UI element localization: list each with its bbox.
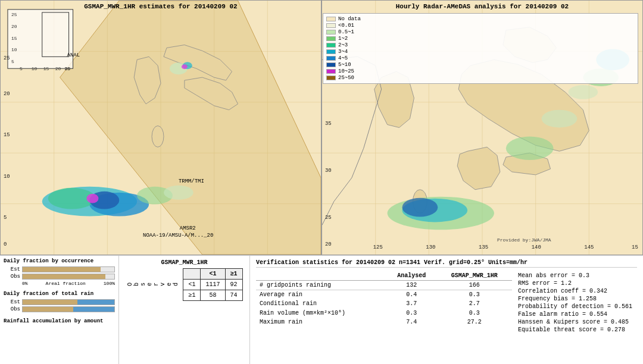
bar-track-obs1 — [22, 274, 115, 280]
svg-point-18 — [86, 194, 98, 203]
cont-cell-01: 92 — [225, 280, 242, 290]
bar-track-est2 — [22, 299, 115, 305]
verif-row-1: Average rain 0.4 0.3 — [256, 290, 512, 300]
bar-axis-1: 0% Areal fraction 100% — [4, 281, 115, 286]
legend-item-05-1: 0.5~1 — [326, 29, 635, 35]
bar-track-est1 — [22, 266, 115, 272]
svg-text:25: 25 — [11, 12, 17, 17]
verification-table-wrap: Analysed GSMAP_MWR_1HR # gridpoints rain… — [256, 271, 512, 334]
svg-point-58 — [402, 198, 438, 217]
verif-val-01: 166 — [437, 281, 512, 290]
verif-label-1: Average rain — [256, 290, 386, 300]
legend-item-2-3: 2~3 — [326, 42, 635, 48]
verification-title: Verification statistics for 20140209 02 … — [256, 259, 637, 268]
svg-point-60 — [542, 110, 578, 128]
verif-val-31: 0.3 — [437, 308, 512, 318]
metric-0: Mean abs error = 0.3 — [518, 272, 637, 279]
verif-row-2: Conditional rain 3.7 2.7 — [256, 299, 512, 308]
metric-3: Frequency bias = 1.258 — [518, 296, 637, 302]
verification-content: Analysed GSMAP_MWR_1HR # gridpoints rain… — [256, 271, 637, 334]
verification-table: Analysed GSMAP_MWR_1HR # gridpoints rain… — [256, 271, 512, 327]
bar-label-obs2: Obs — [4, 306, 20, 312]
svg-point-11 — [152, 126, 164, 148]
verif-val-30: 0.3 — [386, 308, 436, 318]
cont-header-lt1: <1 — [201, 269, 225, 280]
legend-item-25-50: 25~50 — [326, 75, 635, 81]
bar-row-obs1: Obs — [4, 274, 115, 280]
svg-text:20: 20 — [55, 66, 61, 71]
svg-text:35: 35 — [325, 121, 332, 127]
legend-item-5-10: 5~10 — [326, 62, 635, 68]
metric-4: Probability of detection = 0.561 — [518, 303, 637, 310]
svg-text:NOAA-19/AMSU-A/M..._20: NOAA-19/AMSU-A/M..._20 — [143, 233, 213, 239]
svg-text:0: 0 — [4, 241, 7, 247]
maps-row: GSMAP_MWR_1HR estimates for 20140209 02 — [0, 0, 643, 256]
left-map-panel: GSMAP_MWR_1HR estimates for 20140209 02 — [0, 0, 322, 255]
cont-header-empty — [183, 269, 201, 280]
verif-label-4: Maximum rain — [256, 318, 386, 327]
svg-text:25: 25 — [325, 215, 332, 221]
metric-6: Hanssen & Kuipers score = 0.485 — [518, 319, 637, 325]
svg-text:125: 125 — [373, 244, 383, 250]
verification-panel: Verification statistics for 20140209 02 … — [250, 256, 643, 364]
bottom-row: Daily fraction by occurrence Est Obs 0% — [0, 256, 643, 364]
main-container: GSMAP_MWR_1HR estimates for 20140209 02 — [0, 0, 643, 364]
verif-row-3: Rain volume (mm×km²×10⁶) 0.3 0.3 — [256, 308, 512, 318]
verif-label-0: # gridpoints raining — [256, 281, 386, 290]
cont-header-gte1: ≥1 — [225, 269, 242, 280]
metric-2: Correlation coeff = 0.342 — [518, 288, 637, 294]
bar-row-est2: Est — [4, 299, 115, 305]
fraction-title-3: Rainfall accumulation by amount — [4, 318, 115, 324]
verif-val-40: 7.4 — [386, 318, 436, 327]
verif-label-3: Rain volume (mm×km²×10⁶) — [256, 308, 386, 318]
svg-text:10: 10 — [32, 66, 38, 71]
svg-point-21 — [182, 64, 188, 69]
svg-point-61 — [568, 85, 598, 99]
svg-point-59 — [506, 136, 554, 160]
svg-point-16 — [164, 186, 193, 200]
cont-cell-10: 58 — [201, 290, 225, 301]
bar-chart-occurrence: Est Obs 0% Areal fraction 100% — [4, 265, 115, 286]
legend-item-3-4: 3~4 — [326, 49, 635, 55]
svg-text:30: 30 — [325, 168, 332, 174]
cont-cell-00: 1117 — [201, 280, 225, 290]
svg-text:130: 130 — [426, 244, 435, 250]
verif-val-10: 0.4 — [386, 290, 436, 300]
svg-text:25: 25 — [4, 55, 10, 61]
verif-header-row: Analysed GSMAP_MWR_1HR — [256, 271, 512, 281]
cont-header-row: <1 ≥1 — [183, 269, 242, 280]
bar-row-est1: Est — [4, 266, 115, 272]
bar-label-est1: Est — [4, 266, 20, 272]
cont-row-label-lt1: <1 — [183, 280, 201, 290]
svg-text:135: 135 — [479, 244, 488, 250]
svg-text:TRMM/TMI: TRMM/TMI — [179, 178, 204, 184]
verification-metrics: Mean abs error = 0.3 RMS error = 1.2 Cor… — [518, 271, 637, 334]
left-map-title: GSMAP_MWR_1HR estimates for 20140209 02 — [84, 3, 237, 10]
verif-val-21: 2.7 — [437, 299, 512, 308]
cont-row-gte1: ≥1 58 74 — [183, 290, 242, 301]
color-legend: No data <0.01 0.5~1 1~2 2~3 3~4 — [323, 13, 638, 84]
svg-text:15: 15 — [632, 244, 638, 250]
svg-text:ANAL: ANAL — [67, 52, 80, 58]
svg-text:15: 15 — [11, 36, 17, 41]
svg-text:20: 20 — [325, 241, 332, 247]
cont-row-label-gte1: ≥1 — [183, 290, 201, 301]
legend-item-1-2: 1~2 — [326, 36, 635, 42]
svg-text:20: 20 — [11, 24, 17, 29]
svg-text:Provided by:JWA/JMA: Provided by:JWA/JMA — [497, 237, 551, 243]
verif-val-20: 3.7 — [386, 299, 436, 308]
contingency-table: <1 ≥1 <1 1117 92 ≥1 — [183, 268, 242, 301]
legend-item-4-5: 4~5 — [326, 55, 635, 61]
verif-row-0: # gridpoints raining 132 166 — [256, 281, 512, 290]
contingency-panel: GSMAP_MWR_1HR Observed <1 ≥1 — [119, 256, 250, 364]
verif-val-00: 132 — [386, 281, 436, 290]
fraction-panel: Daily fraction by occurrence Est Obs 0% — [0, 256, 119, 364]
legend-item-nodata: No data — [326, 16, 635, 22]
svg-text:30: 30 — [65, 66, 71, 71]
legend-item-10-25: 10~25 — [326, 68, 635, 74]
right-map-title: Hourly Radar-AMeDAS analysis for 2014020… — [396, 3, 569, 10]
svg-text:20: 20 — [4, 91, 10, 97]
verif-col-header-0 — [256, 271, 386, 281]
verif-val-11: 0.3 — [437, 290, 512, 300]
left-map-svg: 25 20 15 10 5 5 10 15 20 25 30 ANAL 25 2… — [1, 1, 321, 255]
